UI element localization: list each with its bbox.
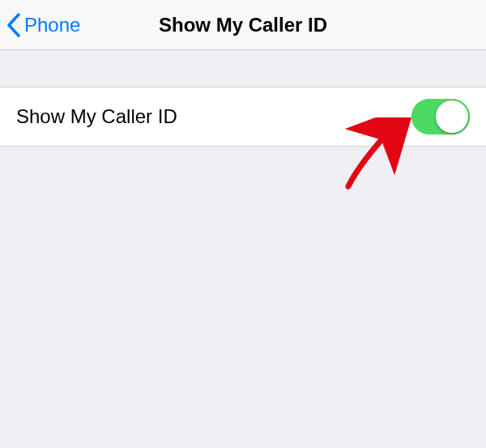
toggle-knob (436, 100, 468, 133)
settings-row-caller-id: Show My Caller ID (0, 87, 486, 146)
back-button[interactable]: Phone (6, 13, 80, 37)
back-button-label: Phone (24, 14, 80, 36)
page-title: Show My Caller ID (159, 14, 327, 36)
settings-row-label: Show My Caller ID (16, 105, 177, 128)
navbar: Phone Show My Caller ID (0, 0, 486, 50)
caller-id-toggle[interactable] (411, 99, 470, 134)
chevron-left-icon (6, 13, 21, 37)
settings-group: Show My Caller ID (0, 87, 486, 147)
